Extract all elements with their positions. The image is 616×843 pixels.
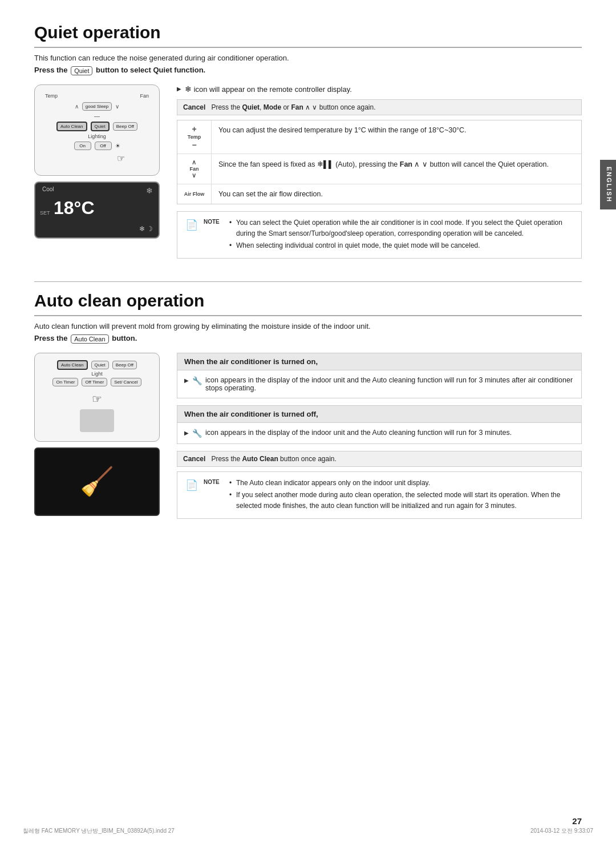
- when-on-header: When the air conditioner is turned on,: [177, 353, 581, 370]
- temp-icon-box: + Temp −: [188, 125, 201, 149]
- quiet-right-column: ▶ ❄ icon will appear on the remote contr…: [177, 84, 582, 268]
- lighting-label: Lighting: [88, 134, 106, 139]
- footer-left-text: 칠레형 FAC MEMORY 냉난방_IBIM_EN_03892A(5).ind…: [23, 827, 175, 835]
- ac-bottom-shape: [80, 409, 114, 432]
- when-off-body: ▶ 🔧 icon appears in the display of the i…: [177, 423, 581, 443]
- footer-bar: 칠레형 FAC MEMORY 냉난방_IBIM_EN_03892A(5).ind…: [23, 827, 593, 835]
- remote-row-1: ∧ good Sleep ∨: [75, 102, 119, 111]
- fan-down-icon: ∨: [115, 103, 119, 110]
- note-document-icon: 📄: [185, 219, 198, 231]
- cancel-text: Press the Quiet, Mode or Fan ∧ ∨ button …: [211, 103, 375, 111]
- quiet-intro: This function can reduce the noise gener…: [34, 54, 582, 62]
- fan-icon-cell: ∧ Fan ∨: [177, 154, 212, 184]
- display-temp-value: 18°C: [54, 197, 152, 219]
- auto-clean-remote: Auto Clean Quiet Beep Off Light On Timer…: [34, 353, 160, 442]
- ac-remote-row-3: On Timer Off Timer Set/ Cancel: [40, 378, 153, 386]
- quiet-note-box: 📄 NOTE You can select the Quiet operatio…: [177, 211, 582, 259]
- good-sleep-btn: good Sleep: [82, 102, 112, 111]
- footer-right-text: 2014-03-12 오전 9:33:07: [530, 827, 593, 835]
- ac-on-timer-btn: On Timer: [52, 378, 78, 386]
- page-number: 27: [572, 816, 582, 826]
- minus-icon: −: [192, 141, 196, 149]
- ac-remote-row-2: Light: [40, 371, 153, 377]
- hand-cursor-icon: ☞: [117, 153, 125, 164]
- ac-auto-clean-btn: Auto Clean: [57, 360, 88, 370]
- off-btn: Off: [95, 142, 112, 150]
- quiet-note-item-2: When selecting individual control in qui…: [229, 240, 573, 251]
- temp-icon-cell: + Temp −: [177, 120, 212, 154]
- temp-label: Temp: [45, 93, 58, 99]
- broom-icon: 🧹: [80, 466, 114, 498]
- fan-down-arrow: ∨: [192, 172, 196, 179]
- fan-text-cell: Since the fan speed is fixed as ❄▌▌ (Aut…: [212, 154, 581, 184]
- press-prefix: Press the: [34, 66, 68, 74]
- when-off-table: When the air conditioner is turned off, …: [177, 405, 582, 444]
- remote-row-4: Lighting: [88, 134, 106, 139]
- ac-cancel-text: Press the Auto Clean button once again.: [211, 455, 336, 463]
- quiet-note-item-1: You can select the Quiet operation while…: [229, 217, 573, 239]
- ac-set-cancel-btn: Set/ Cancel: [111, 378, 141, 386]
- auto-clean-left-column: Auto Clean Quiet Beep Off Light On Timer…: [34, 353, 165, 529]
- auto-clean-intro: Auto clean function will prevent mold fr…: [34, 322, 582, 330]
- fan-label: Fan: [140, 93, 149, 99]
- airflow-icon-cell: Air Flow: [177, 184, 212, 204]
- temp-down-icon: —: [94, 113, 100, 119]
- when-off-header: When the air conditioner is turned off,: [177, 406, 581, 423]
- when-off-icon: 🔧: [192, 429, 202, 438]
- beep-off-btn: Beep Off: [113, 122, 137, 131]
- ac-remote-row-1: Auto Clean Quiet Beep Off: [40, 360, 153, 370]
- airflow-text-cell: You can set the air flow direction.: [212, 184, 581, 204]
- display-snowflake-icon: ❄: [146, 186, 153, 195]
- remote-row-3: Auto Clean Quiet Beep Off: [56, 122, 137, 131]
- snowflake-remote-icon: ❄: [185, 84, 192, 94]
- ac-hand-cursor-icon: ☞: [40, 392, 153, 406]
- auto-clean-note-content: The Auto clean indicator appears only on…: [229, 478, 573, 513]
- remote-row-5: On Off ☀: [74, 142, 120, 150]
- remote-row-2: —: [94, 113, 100, 119]
- when-on-text: icon appears in the display of the indoo…: [205, 376, 574, 392]
- quiet-note-content: You can select the Quiet operation while…: [229, 217, 573, 253]
- when-on-table: When the air conditioner is turned on, ▶…: [177, 353, 582, 398]
- display-bottom-icons: ❄ ☽: [139, 225, 153, 233]
- display-cool-label: Cool: [42, 186, 54, 192]
- auto-clean-note-box: 📄 NOTE The Auto clean indicator appears …: [177, 471, 582, 519]
- quiet-icon-line: ▶ ❄ icon will appear on the remote contr…: [177, 84, 582, 94]
- ac-off-timer-btn: Off Timer: [82, 378, 107, 386]
- temp-up-icon: ∧: [75, 103, 79, 110]
- cancel-label: Cancel: [183, 103, 205, 111]
- fan-up-arrow: ∧: [192, 159, 196, 166]
- quiet-btn: Quiet: [91, 122, 110, 131]
- auto-clean-right-column: When the air conditioner is turned on, ▶…: [177, 353, 582, 529]
- on-btn: On: [74, 142, 91, 150]
- quiet-operation-title: Quiet operation: [34, 23, 582, 48]
- auto-clean-press-instruction: Press the Auto Clean button.: [34, 334, 582, 344]
- quiet-display-screen: Cool ❄ SET 18°C ❄ ☽: [34, 181, 160, 239]
- plus-icon: +: [192, 125, 196, 133]
- sun-icon: ☀: [115, 143, 120, 149]
- quiet-remote-top: Temp Fan ∧ good Sleep ∨ — Auto Clean Qui…: [34, 84, 160, 176]
- quiet-press-instruction: Press the Quiet button to select Quiet f…: [34, 66, 582, 75]
- auto-press-suffix: button.: [112, 334, 137, 342]
- fan-icon-label: Fan: [189, 166, 198, 172]
- ac-lighting-label: Light: [91, 371, 103, 377]
- when-on-triangle-icon: ▶: [184, 377, 189, 384]
- airflow-info-row: Air Flow You can set the air flow direct…: [177, 184, 581, 204]
- when-on-body: ▶ 🔧 icon appears in the display of the i…: [177, 370, 581, 398]
- auto-clean-button-label: Auto Clean: [71, 334, 108, 344]
- remote-top-bar: Temp Fan: [40, 91, 153, 101]
- airflow-icon-label: Air Flow: [184, 191, 205, 197]
- fan-icon-box: ∧ Fan ∨: [189, 159, 198, 179]
- ac-note-label: NOTE: [204, 478, 224, 485]
- auto-clean-display: 🧹: [34, 447, 160, 516]
- quiet-left-column: Temp Fan ∧ good Sleep ∨ — Auto Clean Qui…: [34, 84, 165, 268]
- ac-quiet-btn: Quiet: [91, 361, 109, 369]
- quiet-info-table: + Temp − You can adjust the desired temp…: [177, 120, 582, 204]
- temp-icon-label: Temp: [188, 134, 201, 140]
- quiet-icon-description: ❄ icon will appear on the remote control…: [185, 84, 352, 94]
- auto-clean-cancel-bar: Cancel Press the Auto Clean button once …: [177, 451, 582, 467]
- quiet-button-label: Quiet: [71, 66, 92, 75]
- note-label: NOTE: [204, 217, 224, 225]
- ac-cancel-label: Cancel: [183, 455, 205, 463]
- auto-clean-title: Auto clean operation: [34, 291, 582, 316]
- auto-press-prefix: Press the: [34, 334, 68, 342]
